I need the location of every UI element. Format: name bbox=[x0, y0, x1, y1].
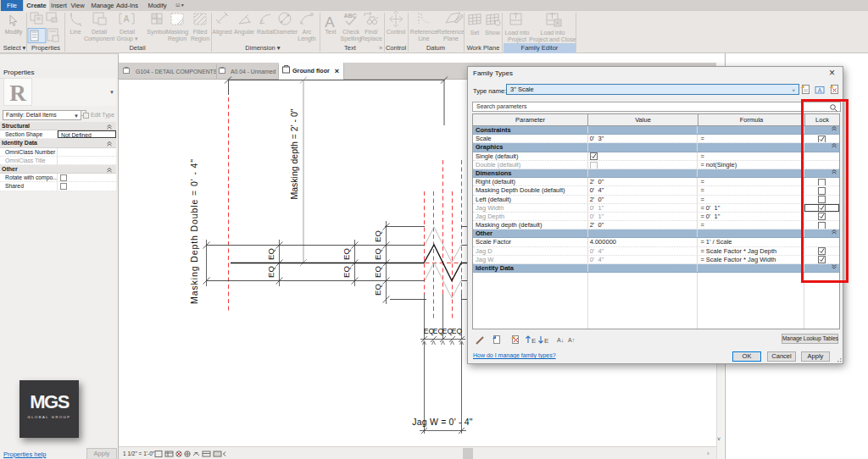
svg-text:Masking Depth Double = 0' - 4": Masking Depth Double = 0' - 4" bbox=[189, 158, 199, 304]
svg-text:EQ: EQ bbox=[452, 327, 463, 335]
svg-text:A↓: A↓ bbox=[557, 337, 564, 343]
svg-text:EQ: EQ bbox=[373, 248, 382, 260]
svg-text:EQ: EQ bbox=[342, 266, 351, 278]
svg-text:EQ: EQ bbox=[266, 248, 275, 260]
svg-text:E: E bbox=[544, 337, 548, 345]
svg-text:Masking depth = 2' - 0": Masking depth = 2' - 0" bbox=[289, 108, 299, 199]
svg-text:EQ: EQ bbox=[373, 230, 382, 242]
svg-text:A↑: A↑ bbox=[568, 337, 575, 343]
svg-text:EQ: EQ bbox=[373, 284, 382, 296]
svg-text:EQ: EQ bbox=[373, 266, 382, 278]
svg-text:Jag W = 0' - 4": Jag W = 0' - 4" bbox=[412, 417, 473, 427]
svg-text:EQ: EQ bbox=[266, 266, 275, 278]
svg-text:A: A bbox=[818, 87, 822, 93]
svg-text:EQ: EQ bbox=[342, 248, 351, 260]
svg-text:E: E bbox=[531, 337, 536, 345]
